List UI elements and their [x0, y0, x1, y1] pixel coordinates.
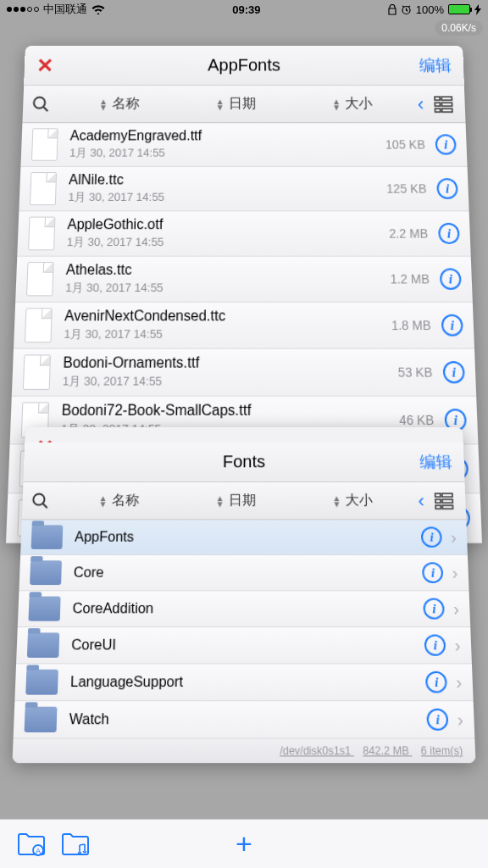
card1-header: ✕ AppFonts 编辑	[24, 46, 464, 86]
folder-row[interactable]: Corei›	[19, 555, 469, 591]
speed-badge: 0.06K/s	[435, 20, 483, 36]
file-row[interactable]: AvenirNextCondensed.ttc1月 30, 2017 14:55…	[14, 303, 474, 349]
back-button[interactable]: ‹	[411, 490, 431, 512]
edit-button[interactable]: 编辑	[419, 451, 452, 473]
folder-icon	[31, 525, 64, 548]
svg-rect-10	[442, 493, 452, 497]
sort-name[interactable]: ▲▼名称	[60, 95, 177, 113]
svg-rect-6	[435, 108, 440, 112]
sort-date[interactable]: ▲▼日期	[177, 492, 294, 509]
view-mode-button[interactable]	[430, 96, 457, 113]
info-button[interactable]: i	[427, 709, 449, 731]
folder-row[interactable]: Watchi›	[14, 701, 475, 738]
file-row[interactable]: Bodoni-Ornaments.ttf1月 30, 2017 14:5553 …	[12, 349, 476, 397]
folder-row[interactable]: CoreAdditioni›	[18, 591, 470, 627]
folder-name: Watch	[69, 711, 427, 727]
info-button[interactable]: i	[424, 598, 446, 620]
svg-point-8	[33, 493, 45, 504]
folder-row[interactable]: AppFontsi›	[20, 520, 468, 555]
file-name: AppleGothic.otf	[67, 217, 377, 233]
svg-rect-13	[435, 505, 441, 509]
info-button[interactable]: i	[440, 268, 462, 289]
folder-row[interactable]: CoreUIi›	[16, 627, 472, 664]
file-icon	[30, 172, 57, 205]
alarm-icon	[401, 4, 412, 15]
file-row[interactable]: Athelas.ttc1月 30, 2017 14:551.2 MBi	[15, 257, 473, 303]
chevron-right-icon: ›	[452, 563, 458, 583]
card2-title: Fonts	[223, 452, 265, 471]
file-row[interactable]: AcademyEngraved.ttf1月 30, 2017 14:55105 …	[20, 123, 467, 167]
file-row[interactable]: AppleGothic.otf1月 30, 2017 14:552.2 MBi	[17, 211, 470, 256]
file-size: 1.2 MB	[378, 272, 430, 287]
signal-dots	[7, 7, 39, 12]
info-button[interactable]: i	[441, 314, 463, 337]
svg-text:A: A	[36, 847, 41, 855]
file-size: 53 KB	[380, 364, 433, 380]
folder-name: AppFonts	[75, 530, 422, 545]
info-button[interactable]: i	[421, 526, 442, 547]
card2-toolbar: ▲▼名称 ▲▼日期 ▲▼大小 ‹	[22, 482, 467, 520]
folder-list[interactable]: AppFontsi›Corei›CoreAdditioni›CoreUIi›La…	[14, 520, 475, 738]
sort-size[interactable]: ▲▼大小	[294, 492, 411, 509]
item-count: 6 item(s)	[421, 744, 463, 757]
svg-rect-9	[435, 493, 441, 497]
file-date: 1月 30, 2017 14:55	[65, 280, 379, 296]
svg-point-1	[34, 97, 46, 108]
card1-title: AppFonts	[208, 56, 280, 75]
svg-rect-5	[441, 103, 452, 106]
folder-name: Core	[74, 565, 423, 581]
chevron-right-icon: ›	[454, 635, 461, 655]
search-button[interactable]	[31, 95, 61, 114]
sort-name[interactable]: ▲▼名称	[60, 492, 177, 509]
info-button[interactable]: i	[443, 361, 465, 383]
info-button[interactable]: i	[436, 178, 458, 199]
chevron-right-icon: ›	[456, 671, 463, 693]
folder-a-button[interactable]: A	[17, 832, 46, 857]
fonts-card: ✕ Fonts 编辑 ▲▼名称 ▲▼日期 ▲▼大小 ‹ AppFontsi›Co…	[12, 427, 475, 763]
file-row[interactable]: AlNile.ttc1月 30, 2017 14:55125 KBi	[19, 167, 469, 211]
file-size: 1.8 MB	[379, 318, 430, 332]
clock: 09:39	[232, 3, 260, 16]
battery-icon	[448, 4, 470, 14]
file-icon	[26, 262, 54, 296]
add-button[interactable]: +	[236, 827, 252, 860]
file-date: 1月 30, 2017 14:55	[64, 326, 380, 342]
info-button[interactable]: i	[422, 562, 443, 583]
close-button[interactable]: ✕	[36, 53, 54, 77]
file-date: 1月 30, 2017 14:55	[69, 145, 375, 160]
file-date: 1月 30, 2017 14:55	[67, 234, 378, 250]
bottom-toolbar: A +	[0, 819, 488, 868]
file-icon	[25, 308, 53, 342]
folder-row[interactable]: LanguageSupporti›	[14, 664, 473, 701]
file-size: 125 KB	[376, 181, 427, 195]
svg-rect-12	[442, 499, 452, 503]
chevron-right-icon: ›	[453, 598, 460, 619]
file-icon	[31, 128, 58, 160]
file-name: Bodoni-Ornaments.ttf	[63, 354, 380, 371]
footer-info: /dev/disk0s1s1 842.2 MB 6 item(s)	[12, 739, 475, 763]
battery-pct: 100%	[416, 3, 444, 16]
folder-icon	[30, 560, 62, 585]
file-name: AlNile.ttc	[69, 172, 376, 187]
file-date: 1月 30, 2017 14:55	[63, 373, 381, 390]
back-button[interactable]: ‹	[410, 93, 430, 115]
folder-icon	[25, 670, 58, 695]
file-size: 46 KB	[381, 413, 434, 428]
info-button[interactable]: i	[438, 223, 460, 244]
svg-rect-14	[442, 505, 452, 509]
file-size: 105 KB	[375, 137, 425, 151]
search-button[interactable]	[30, 492, 60, 510]
info-button[interactable]: i	[425, 671, 447, 693]
info-button[interactable]: i	[424, 634, 446, 655]
edit-button[interactable]: 编辑	[419, 54, 452, 76]
svg-rect-3	[441, 97, 452, 100]
sort-date[interactable]: ▲▼日期	[177, 95, 294, 113]
file-date: 1月 30, 2017 14:55	[68, 190, 376, 206]
info-button[interactable]: i	[435, 134, 457, 154]
folder-name: CoreUI	[71, 637, 425, 654]
card1-toolbar: ▲▼名称 ▲▼日期 ▲▼大小 ‹	[22, 86, 465, 123]
view-mode-button[interactable]	[431, 492, 458, 509]
sort-size[interactable]: ▲▼大小	[294, 95, 411, 113]
folder-music-button[interactable]	[61, 832, 90, 857]
svg-rect-4	[435, 103, 440, 106]
